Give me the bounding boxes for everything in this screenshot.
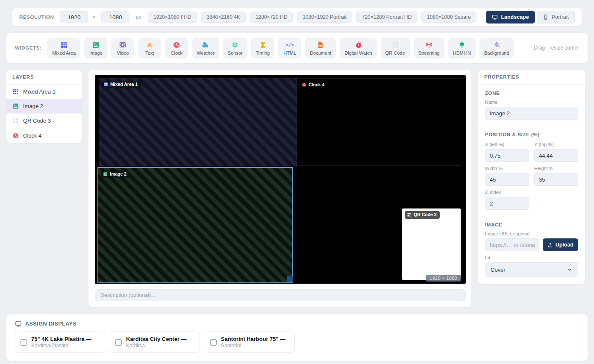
display-card-karditsa-city-center[interactable]: Karditsa City Center — Karditsa [110, 332, 200, 353]
preset-3840x2160-4k[interactable]: 3840×2160 4K [201, 12, 246, 23]
preset-720x1280-portrait-hd[interactable]: 720×1280 Portrait HD [356, 12, 417, 23]
zone-mixed-area-1[interactable]: Mixed Area 1 [99, 78, 297, 166]
image-url-input[interactable] [485, 238, 539, 251]
height-label: Height % [534, 166, 578, 171]
zone-label-clock-4: Clock 4 [300, 81, 327, 89]
widget-hdmi-in[interactable]: HDMI IN [448, 38, 476, 59]
widget-label: Weather [197, 50, 214, 56]
zone-label-qr-code-3: QR Code 3 [405, 211, 440, 219]
file-pdf-icon [317, 41, 324, 49]
paint-icon [493, 41, 500, 49]
image-url-label: Image URL or upload [485, 231, 578, 236]
height-input[interactable] [534, 173, 578, 186]
upload-label: Upload [556, 242, 573, 248]
widget-video[interactable]: Video [111, 38, 134, 59]
widget-label: Document [310, 50, 331, 56]
resolution-bar: RESOLUTION × px 1920×1080 FHD 3840×2160 … [12, 8, 582, 26]
properties-title: PROPERTIES [478, 70, 585, 85]
resolution-height-input[interactable] [101, 11, 129, 23]
chip-icon [231, 41, 239, 49]
qr-icon [407, 212, 412, 217]
display-card-santorini-harbour[interactable]: Santorini Harbour 75" — Santorini [205, 332, 295, 353]
display-checkbox[interactable] [210, 339, 217, 346]
widget-text[interactable]: Text [138, 38, 161, 59]
widgets-label: WIDGETS: [15, 45, 41, 50]
resolution-width-input[interactable] [60, 11, 88, 23]
image-icon [92, 41, 100, 49]
y-input[interactable] [534, 149, 578, 162]
widget-timing[interactable]: Timing [251, 38, 275, 59]
fit-selected-value: Cover [491, 267, 506, 273]
fit-label: Fit [485, 255, 578, 260]
layer-label: QR Code 3 [23, 117, 51, 124]
letter-a-icon [146, 41, 153, 49]
widget-label: Streaming [418, 50, 440, 56]
assign-displays-panel: ASSIGN DISPLAYS 75" 4K Lake Plastira — K… [6, 314, 588, 361]
zone-qr-code-3[interactable]: QR Code 3 [402, 208, 461, 280]
width-input[interactable] [485, 173, 529, 186]
layer-item-mixed-area-1[interactable]: Mixed Area 1 [6, 85, 82, 99]
portrait-label: Portrait [552, 14, 569, 20]
x-input[interactable] [485, 149, 529, 162]
landscape-button[interactable]: Landscape [486, 11, 535, 23]
zone-clock-4[interactable]: Clock 4 [297, 78, 462, 166]
divider [478, 126, 585, 126]
portrait-button[interactable]: Portrait [537, 11, 575, 23]
widget-weather[interactable]: Weather [192, 38, 219, 59]
widget-sensor[interactable]: Sensor [223, 38, 247, 59]
description-input[interactable] [95, 289, 466, 301]
widget-mixed-area[interactable]: Mixed Area [47, 38, 80, 59]
layer-label: Mixed Area 1 [23, 88, 56, 95]
z-index-input[interactable] [485, 197, 529, 210]
layers-panel: LAYERS Mixed Area 1 Image 2 QR Code 3 Cl… [6, 69, 82, 143]
widget-background[interactable]: Background [479, 38, 514, 59]
widget-streaming[interactable]: Streaming [414, 38, 444, 59]
image-icon [103, 172, 108, 176]
display-card-lake-plastira[interactable]: 75" 4K Lake Plastira — Karditsa/Plastira [15, 332, 105, 353]
preset-1080x1080-square[interactable]: 1080×1080 Square [421, 12, 476, 23]
layer-label: Image 2 [23, 103, 43, 109]
display-title: Karditsa City Center — [126, 336, 187, 342]
display-checkbox[interactable] [115, 339, 122, 346]
display-subtitle: Karditsa/Plastira [31, 343, 91, 349]
display-card-list: 75" 4K Lake Plastira — Karditsa/Plastira… [6, 332, 588, 353]
widget-label: Background [484, 50, 509, 56]
y-label: Y (top %) [534, 142, 578, 147]
widgets-bar: WIDGETS: Mixed Area Image Video Text Clo… [6, 32, 588, 63]
widget-label: HDMI IN [453, 50, 471, 56]
widget-html[interactable]: HTML [278, 38, 301, 59]
zone-name-input[interactable] [485, 107, 578, 120]
preset-1280x720-hd[interactable]: 1280×720 HD [250, 12, 293, 23]
resolution-unit: px [135, 14, 141, 20]
widget-image[interactable]: Image [84, 38, 107, 59]
widget-digital-watch[interactable]: Digital Watch [340, 38, 376, 59]
layer-item-qr-code-3[interactable]: QR Code 3 [6, 114, 82, 128]
widget-qr-code[interactable]: QR Code [381, 38, 410, 59]
layout-canvas[interactable]: Mixed Area 1 Clock 4 Image 2 QR Code 3 1… [95, 75, 466, 284]
layers-title: LAYERS [6, 70, 82, 85]
preset-1080x1920-portrait[interactable]: 1080×1920 Portrait [297, 12, 352, 23]
resize-handle[interactable] [287, 276, 293, 282]
fit-select[interactable]: Cover [485, 262, 578, 277]
layer-item-clock-4[interactable]: Clock 4 [6, 128, 82, 143]
chevron-down-icon [567, 267, 573, 273]
widget-clock[interactable]: Clock [165, 38, 188, 59]
clock-icon [302, 82, 306, 87]
display-checkbox[interactable] [21, 339, 27, 346]
upload-button[interactable]: Upload [543, 238, 578, 251]
divider [478, 216, 585, 216]
widget-document[interactable]: Document [305, 38, 336, 59]
zone-image-2[interactable]: Image 2 [97, 167, 293, 283]
cloud-icon [202, 41, 209, 49]
widget-label: Digital Watch [344, 50, 372, 56]
hourglass-icon [259, 41, 267, 49]
grid-icon [60, 41, 68, 49]
widget-label: Mixed Area [52, 50, 76, 56]
z-index-label: Z-Index [485, 190, 529, 195]
qr-icon [12, 117, 19, 124]
widget-label: Sensor [228, 50, 243, 56]
orientation-toggle: Landscape Portrait [486, 11, 575, 23]
layer-item-image-2[interactable]: Image 2 [6, 99, 82, 114]
preset-1920x1080-fhd[interactable]: 1920×1080 FHD [148, 12, 197, 23]
monitor-icon [492, 14, 498, 20]
